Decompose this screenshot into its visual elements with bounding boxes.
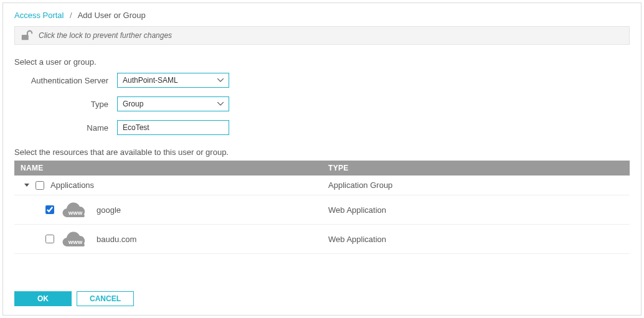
cloud-www-icon: WWW	[60, 230, 90, 248]
checkbox-applications[interactable]	[36, 181, 44, 190]
th-type: TYPE	[322, 161, 630, 175]
lock-bar: Click the lock to prevent further change…	[14, 26, 630, 45]
ok-button[interactable]: OK	[14, 291, 72, 306]
select-auth-server[interactable]: AuthPoint-SAML	[117, 73, 229, 88]
page-frame: Access Portal / Add User or Group Click …	[2, 2, 642, 316]
row-type: Type Group	[14, 96, 630, 111]
resource-type: Web Application	[322, 195, 630, 225]
resource-label: baudu.com	[97, 235, 136, 244]
cloud-www-icon: WWW	[60, 200, 90, 219]
group-type: Application Group	[322, 175, 630, 195]
svg-rect-0	[22, 35, 29, 40]
section1-label: Select a user or group.	[14, 57, 630, 67]
table-row-group: Applications Application Group	[14, 175, 630, 195]
resources-table: NAME TYPE Applications Application Group	[14, 161, 630, 254]
svg-text:WWW: WWW	[69, 240, 83, 245]
label-name: Name	[14, 123, 117, 133]
label-auth-server: Authentication Server	[14, 76, 117, 85]
select-type[interactable]: Group	[117, 96, 229, 111]
button-row: OK CANCEL	[14, 291, 134, 306]
breadcrumb-sep: /	[70, 11, 72, 20]
input-name[interactable]	[117, 120, 229, 135]
breadcrumb-link-root[interactable]: Access Portal	[14, 11, 64, 20]
checkbox-baudu[interactable]	[45, 235, 54, 243]
table-row: WWW baudu.com Web Application	[14, 225, 630, 254]
lock-bar-message: Click the lock to prevent further change…	[39, 31, 172, 40]
row-name: Name	[14, 120, 630, 135]
section2-label: Select the resources that are available …	[14, 147, 630, 157]
group-label: Applications	[50, 180, 94, 190]
checkbox-google[interactable]	[45, 205, 54, 214]
caret-down-icon[interactable]	[24, 184, 29, 187]
resource-type: Web Application	[322, 225, 630, 254]
breadcrumb: Access Portal / Add User or Group	[14, 11, 630, 20]
breadcrumb-current: Add User or Group	[78, 11, 146, 20]
cancel-button[interactable]: CANCEL	[77, 291, 134, 306]
table-row: WWW google Web Application	[14, 195, 630, 225]
label-type: Type	[14, 100, 117, 109]
resource-label: google	[97, 205, 121, 215]
row-auth-server: Authentication Server AuthPoint-SAML	[14, 73, 630, 88]
unlock-icon[interactable]	[20, 29, 34, 42]
svg-text:WWW: WWW	[69, 210, 83, 216]
th-name: NAME	[14, 161, 322, 175]
